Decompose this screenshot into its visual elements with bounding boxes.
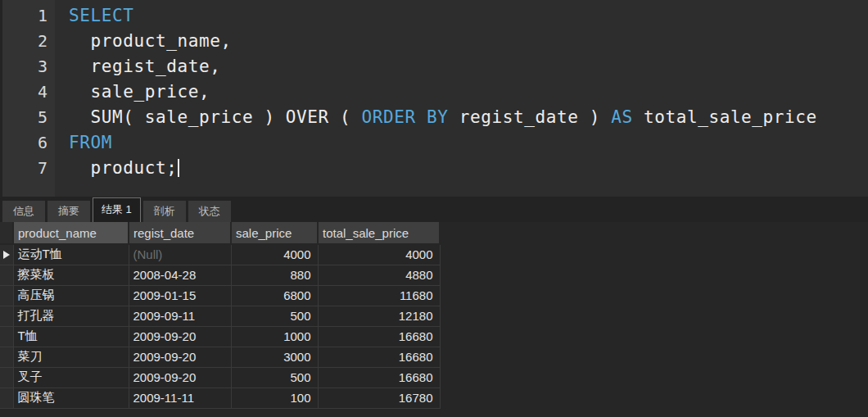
- column-header-sale-price[interactable]: sale_price: [231, 222, 318, 244]
- cell-regist-date[interactable]: (Null): [129, 244, 231, 265]
- table-row: 高压锅2009-01-15680011680: [0, 285, 440, 306]
- code-line[interactable]: FROM: [69, 130, 868, 156]
- sql-text: SUM( sale_price ) OVER (: [69, 107, 362, 127]
- cell-total-sale-price[interactable]: 12180: [318, 306, 440, 326]
- results-panel: product_nameregist_datesale_pricetotal_s…: [0, 222, 868, 417]
- sql-text: product;: [69, 158, 177, 178]
- cell-product-name[interactable]: T恤: [13, 326, 129, 347]
- cell-sale-price[interactable]: 100: [231, 388, 318, 408]
- sql-keyword: FROM: [69, 133, 112, 152]
- row-selector[interactable]: [0, 367, 13, 388]
- code-line[interactable]: product_name,: [69, 29, 868, 54]
- cell-product-name[interactable]: 叉子: [13, 367, 129, 388]
- cell-regist-date[interactable]: 2008-04-28: [129, 265, 231, 285]
- cell-total-sale-price[interactable]: 16680: [318, 347, 440, 367]
- cell-product-name[interactable]: 高压锅: [13, 285, 129, 306]
- cell-regist-date[interactable]: 2009-09-20: [129, 326, 231, 347]
- code-line[interactable]: SUM( sale_price ) OVER ( ORDER BY regist…: [69, 105, 868, 130]
- cell-total-sale-price[interactable]: 4000: [318, 244, 440, 265]
- line-number: 5: [2, 105, 55, 130]
- cell-total-sale-price[interactable]: 16680: [318, 326, 440, 347]
- sql-keyword: AS: [611, 107, 633, 127]
- table-row: 菜刀2009-09-20300016680: [0, 347, 440, 367]
- sql-keyword: ORDER BY: [362, 107, 449, 127]
- sql-text: regist_date ): [449, 107, 612, 127]
- current-row-marker: [3, 251, 10, 259]
- cell-regist-date[interactable]: 2009-01-15: [129, 285, 231, 306]
- cell-sale-price[interactable]: 1000: [231, 326, 318, 347]
- column-header-regist-date[interactable]: regist_date: [129, 222, 231, 244]
- cell-regist-date[interactable]: 2009-09-20: [129, 347, 231, 367]
- cell-sale-price[interactable]: 3000: [231, 347, 318, 367]
- cell-total-sale-price[interactable]: 11680: [318, 285, 440, 306]
- cell-product-name[interactable]: 圆珠笔: [13, 388, 129, 408]
- cell-product-name[interactable]: 打孔器: [13, 306, 129, 326]
- table-row: 运动T恤(Null)40004000: [0, 244, 440, 265]
- tab-info[interactable]: 信息: [2, 201, 45, 222]
- row-selector[interactable]: [0, 244, 13, 265]
- cell-product-name[interactable]: 运动T恤: [13, 244, 129, 265]
- row-selector[interactable]: [0, 326, 13, 347]
- sql-editor-pane: 1234567 SELECT product_name, regist_date…: [0, 0, 868, 197]
- column-header-total-sale-price[interactable]: total_sale_price: [318, 222, 440, 244]
- row-selector[interactable]: [0, 306, 13, 326]
- table-row: 擦菜板2008-04-288804880: [0, 265, 440, 285]
- line-number: 4: [2, 79, 55, 105]
- cell-sale-price[interactable]: 500: [231, 367, 318, 388]
- cell-total-sale-price[interactable]: 4880: [318, 265, 440, 285]
- tab-bar: 信息摘要结果 1剖析状态: [0, 197, 868, 222]
- code-line[interactable]: SELECT: [69, 3, 868, 29]
- code-line[interactable]: sale_price,: [69, 79, 868, 105]
- cell-regist-date[interactable]: 2009-09-20: [129, 367, 231, 388]
- sql-text: regist_date,: [69, 57, 220, 76]
- column-header-product-name[interactable]: product_name: [13, 222, 129, 244]
- cell-total-sale-price[interactable]: 16780: [318, 388, 440, 408]
- cell-sale-price[interactable]: 500: [231, 306, 318, 326]
- line-number: 2: [2, 29, 55, 54]
- cell-product-name[interactable]: 擦菜板: [13, 265, 129, 285]
- cell-sale-price[interactable]: 6800: [231, 285, 318, 306]
- tab-status[interactable]: 状态: [188, 201, 231, 222]
- row-selector[interactable]: [0, 347, 13, 367]
- tab-summary[interactable]: 摘要: [47, 201, 90, 222]
- table-row: 叉子2009-09-2050016680: [0, 367, 440, 388]
- line-number: 7: [2, 156, 55, 181]
- line-number: 6: [2, 130, 55, 156]
- row-selector[interactable]: [0, 388, 13, 408]
- text-cursor: [178, 159, 179, 177]
- cell-regist-date[interactable]: 2009-09-11: [129, 306, 231, 326]
- row-selector[interactable]: [0, 285, 13, 306]
- sql-text: total_sale_price: [633, 107, 817, 127]
- cell-regist-date[interactable]: 2009-11-11: [129, 388, 231, 408]
- code-line[interactable]: regist_date,: [69, 54, 868, 79]
- table-row: 圆珠笔2009-11-1110016780: [0, 388, 440, 408]
- cell-sale-price[interactable]: 4000: [231, 244, 318, 265]
- code-area[interactable]: SELECT product_name, regist_date, sale_p…: [55, 0, 868, 197]
- line-number-gutter: 1234567: [0, 0, 55, 197]
- grid-header-row: product_nameregist_datesale_pricetotal_s…: [0, 222, 440, 244]
- tab-profile[interactable]: 剖析: [143, 201, 186, 222]
- row-selector[interactable]: [0, 265, 13, 285]
- results-grid: product_nameregist_datesale_pricetotal_s…: [0, 222, 441, 409]
- line-number: 1: [2, 3, 55, 29]
- row-selector-header: [0, 222, 13, 244]
- cell-total-sale-price[interactable]: 16680: [318, 367, 440, 388]
- sql-text: product_name,: [69, 31, 232, 51]
- table-row: T恤2009-09-20100016680: [0, 326, 440, 347]
- table-row: 打孔器2009-09-1150012180: [0, 306, 440, 326]
- cell-product-name[interactable]: 菜刀: [13, 347, 129, 367]
- sql-keyword: SELECT: [69, 6, 133, 25]
- tab-result-1[interactable]: 结果 1: [93, 197, 141, 222]
- sql-text: sale_price,: [69, 82, 210, 102]
- code-line[interactable]: product;: [69, 156, 868, 181]
- cell-sale-price[interactable]: 880: [231, 265, 318, 285]
- line-number: 3: [2, 54, 55, 79]
